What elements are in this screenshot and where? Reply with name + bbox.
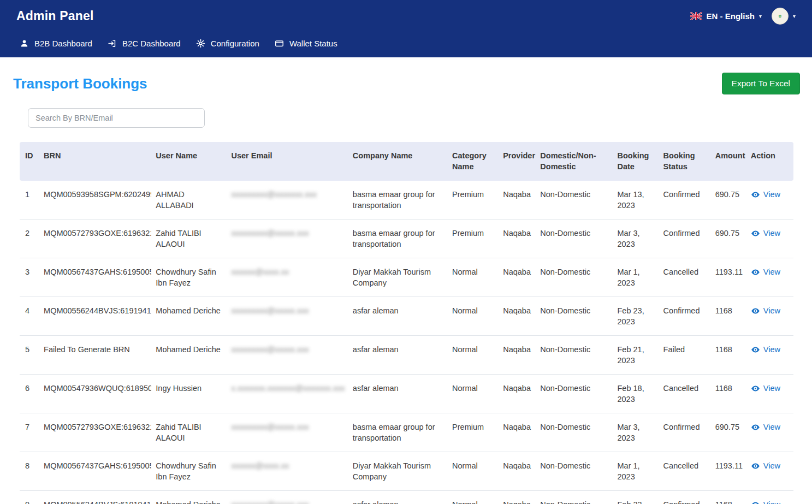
cell-booking-date: Feb 23, 2023 <box>613 297 659 336</box>
eye-icon <box>751 190 760 199</box>
view-link[interactable]: View <box>751 460 780 471</box>
col-action: Action <box>746 142 793 181</box>
cell-amount: 690.75 <box>711 220 746 258</box>
view-link[interactable]: View <box>751 344 780 355</box>
col-provider: Provider <box>499 142 536 181</box>
view-link[interactable]: View <box>751 422 780 432</box>
col-user-email: User Email <box>227 142 348 181</box>
cell-domestic: Non-Domestic <box>536 413 613 452</box>
cell-action: View <box>746 452 793 491</box>
cell-id: 8 <box>20 452 39 491</box>
cell-amount: 1193.11 <box>711 258 746 297</box>
cell-user-email: xxxxxxxxx@xxxxx.xxx <box>227 413 348 452</box>
nav-item-wallet-status[interactable]: Wallet Status <box>267 34 345 53</box>
cell-provider: Naqaba <box>499 491 536 504</box>
cell-amount: 1168 <box>711 491 746 504</box>
navbar-top-row: Admin Panel EN - English ▾ <box>12 0 800 30</box>
cell-booking-status: Cancelled <box>659 375 711 413</box>
view-link[interactable]: View <box>751 189 780 200</box>
cell-brn: MQM00547936WQUQ:6189500 <box>39 375 151 413</box>
eye-icon <box>751 229 760 238</box>
view-link[interactable]: View <box>751 383 780 394</box>
cell-id: 3 <box>20 258 39 297</box>
nav-item-b2c-dashboard[interactable]: B2C Dashboard <box>100 34 188 53</box>
cell-booking-status: Confirmed <box>659 413 711 452</box>
export-to-excel-button[interactable]: Export To Excel <box>722 73 800 94</box>
person-icon <box>20 39 29 48</box>
cell-company-name: asfar aleman <box>348 336 448 375</box>
cell-action: View <box>746 336 793 375</box>
view-label: View <box>763 422 780 432</box>
view-link[interactable]: View <box>751 228 780 239</box>
cell-domestic: Non-Domestic <box>536 491 613 504</box>
view-label: View <box>763 344 780 355</box>
cell-amount: 1168 <box>711 297 746 336</box>
view-label: View <box>763 460 780 471</box>
nav-item-b2b-dashboard[interactable]: B2B Dashboard <box>12 34 100 53</box>
cell-brn: MQM00567437GAHS:6195005 <box>39 258 151 297</box>
search-input[interactable] <box>28 108 205 128</box>
cell-booking-date: Feb 23, 2023 <box>613 491 659 504</box>
view-label: View <box>763 383 780 394</box>
cell-category-name: Normal <box>448 452 499 491</box>
table-row: 2MQM00572793GOXE:6196321Zahid TALIBI ALA… <box>20 220 793 258</box>
eye-icon <box>751 500 760 504</box>
eye-icon <box>751 268 760 277</box>
cell-provider: Naqaba <box>499 258 536 297</box>
col-user-name: User Name <box>151 142 227 181</box>
eye-icon <box>751 423 760 432</box>
cell-user-name: Zahid TALIBI ALAOUI <box>151 220 227 258</box>
cell-booking-status: Confirmed <box>659 181 711 220</box>
cell-id: 1 <box>20 181 39 220</box>
language-selector[interactable]: EN - English ▾ <box>690 11 762 21</box>
user-menu[interactable]: ✿ ▾ <box>772 8 796 25</box>
cell-user-email: x.xxxxxxx.xxxxxxx@xxxxxxx.xxx <box>227 375 348 413</box>
cell-provider: Naqaba <box>499 413 536 452</box>
cell-booking-status: Confirmed <box>659 220 711 258</box>
col-id: ID <box>20 142 39 181</box>
cell-company-name: basma emaar group for transportation <box>348 220 448 258</box>
cell-booking-date: Feb 18, 2023 <box>613 375 659 413</box>
cell-id: 2 <box>20 220 39 258</box>
cell-booking-status: Cancelled <box>659 258 711 297</box>
col-booking-date: Booking Date <box>613 142 659 181</box>
cell-user-email: xxxxxx@xxxx.xx <box>227 258 348 297</box>
cell-category-name: Normal <box>448 375 499 413</box>
table-header: ID BRN User Name User Email Company Name… <box>20 142 793 181</box>
cell-provider: Naqaba <box>499 297 536 336</box>
nav-item-label: B2C Dashboard <box>122 39 181 48</box>
cell-user-name: Zahid TALIBI ALAOUI <box>151 413 227 452</box>
cell-user-name: Mohamed Deriche <box>151 297 227 336</box>
view-link[interactable]: View <box>751 305 780 316</box>
cell-provider: Naqaba <box>499 181 536 220</box>
cell-id: 4 <box>20 297 39 336</box>
view-link[interactable]: View <box>751 499 780 504</box>
col-company-name: Company Name <box>348 142 448 181</box>
cell-user-name: Mohamed Deriche <box>151 336 227 375</box>
nav-item-configuration[interactable]: Configuration <box>188 34 267 53</box>
cell-booking-date: Mar 1, 2023 <box>613 452 659 491</box>
cell-company-name: asfar aleman <box>348 297 448 336</box>
view-link[interactable]: View <box>751 266 780 277</box>
view-label: View <box>763 305 780 316</box>
table-row: 9MQM00556244BVJS:6191941Mohamed Derichex… <box>20 491 793 504</box>
col-booking-status: Booking Status <box>659 142 711 181</box>
cell-id: 5 <box>20 336 39 375</box>
col-brn: BRN <box>39 142 151 181</box>
cell-provider: Naqaba <box>499 452 536 491</box>
cell-booking-date: Mar 3, 2023 <box>613 413 659 452</box>
navbar-right: EN - English ▾ ✿ ▾ <box>690 8 796 25</box>
nav-item-label: B2B Dashboard <box>34 39 92 48</box>
eye-icon <box>751 384 760 393</box>
cell-company-name: Diyar Makkah Tourism Company <box>348 258 448 297</box>
cell-action: View <box>746 258 793 297</box>
cell-company-name: basma emaar group for transportation <box>348 413 448 452</box>
avatar: ✿ <box>772 8 789 25</box>
uk-flag-icon <box>690 12 702 20</box>
cell-company-name: asfar aleman <box>348 375 448 413</box>
navbar-menu: B2B Dashboard B2C Dashboard <box>12 30 800 56</box>
cell-user-name: Chowdhury Safin Ibn Fayez <box>151 258 227 297</box>
cell-user-email: xxxxxxxxx@xxxxx.xxx <box>227 491 348 504</box>
view-label: View <box>763 499 780 504</box>
bookings-table: ID BRN User Name User Email Company Name… <box>20 142 793 504</box>
